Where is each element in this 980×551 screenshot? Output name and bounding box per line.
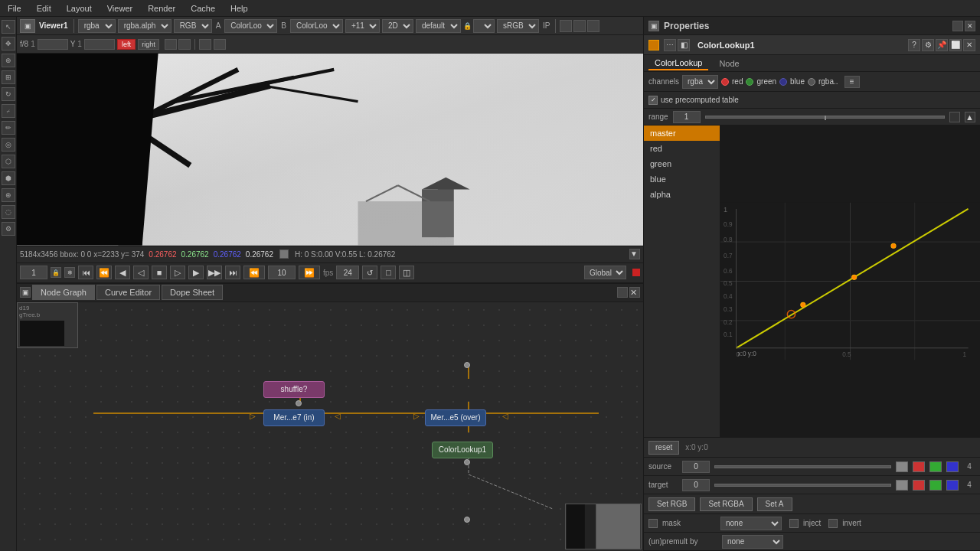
node-canvas[interactable]: d19 gTree.b bbox=[17, 302, 643, 552]
cl-btn-1[interactable]: ⋯ bbox=[664, 39, 676, 51]
play-mode-2[interactable]: ◫ bbox=[399, 266, 414, 279]
proxy-select[interactable]: default bbox=[416, 19, 461, 33]
source-slider[interactable] bbox=[714, 465, 891, 468]
a-node-select[interactable]: ColorLoo bbox=[224, 19, 277, 33]
wipe-btn[interactable] bbox=[165, 39, 177, 50]
color-mode-select[interactable]: RGB bbox=[174, 19, 212, 33]
ch-menu-btn[interactable]: ≡ bbox=[844, 76, 860, 88]
tool-settings[interactable]: ⚙ bbox=[2, 222, 15, 236]
node-dot-mid[interactable] bbox=[296, 400, 302, 406]
overlay-btn[interactable] bbox=[178, 39, 191, 50]
tab-dope-sheet[interactable]: Dope Sheet bbox=[162, 285, 223, 300]
node-dot-bottom[interactable] bbox=[464, 459, 470, 465]
goto-end-btn[interactable]: ⏭ bbox=[225, 266, 240, 279]
inject-checkbox[interactable] bbox=[789, 519, 799, 528]
source-swatch-r[interactable] bbox=[913, 461, 925, 472]
channels-select[interactable]: rgba bbox=[78, 19, 116, 33]
play-mode-1[interactable]: □ bbox=[381, 266, 396, 279]
right-btn[interactable]: right bbox=[138, 39, 159, 50]
cl-help-btn[interactable]: ? bbox=[908, 39, 920, 51]
props-icon[interactable]: ▣ bbox=[648, 21, 659, 31]
range-slider[interactable] bbox=[705, 116, 945, 119]
precomputed-checkbox[interactable]: ✓ bbox=[648, 96, 658, 105]
fps-input[interactable]: 24 bbox=[336, 266, 359, 279]
next-half-btn[interactable]: ▷ bbox=[170, 266, 185, 279]
set-a-btn[interactable]: Set A bbox=[757, 497, 792, 511]
ng-btn-1[interactable] bbox=[617, 287, 628, 298]
menu-file[interactable]: File bbox=[5, 2, 24, 15]
next-keyframe-btn[interactable]: ▶▶ bbox=[207, 266, 222, 279]
tool-mask[interactable]: ◎ bbox=[2, 138, 15, 152]
cl-btn-2[interactable]: ◧ bbox=[678, 39, 690, 51]
set-rgb-btn[interactable]: Set RGB bbox=[648, 497, 695, 511]
global-select[interactable]: Global bbox=[584, 266, 626, 279]
channels-select-cl[interactable]: rgba bbox=[682, 75, 718, 89]
viewer-btn-2[interactable] bbox=[573, 20, 586, 32]
tool-paint[interactable]: ✏ bbox=[2, 121, 15, 135]
cl-curve[interactable]: 1 0.9 0.8 0.7 0.6 0.5 0.4 0.3 0.2 0.1 0 … bbox=[720, 126, 980, 437]
menu-layout[interactable]: Layout bbox=[64, 2, 95, 15]
mask-select[interactable]: none bbox=[720, 517, 782, 530]
source-input[interactable] bbox=[682, 461, 710, 473]
menu-viewer[interactable]: Viewer bbox=[104, 2, 136, 15]
props-btn-1[interactable] bbox=[952, 21, 963, 31]
node-colorlookup[interactable]: ColorLookup1 bbox=[432, 442, 493, 458]
loop-btn[interactable] bbox=[199, 39, 211, 50]
props-close[interactable]: ✕ bbox=[965, 21, 975, 31]
tool-zoom[interactable]: ⊕ bbox=[2, 54, 15, 67]
invert-checkbox[interactable] bbox=[828, 519, 838, 528]
exposure-select[interactable]: +11 bbox=[345, 19, 380, 33]
menu-cache[interactable]: Cache bbox=[188, 2, 218, 15]
mini-viewer[interactable] bbox=[565, 504, 642, 549]
info-btn[interactable]: ▼ bbox=[629, 249, 640, 259]
prev-keyframe-btn[interactable]: ⏪ bbox=[96, 266, 112, 279]
ng-close[interactable]: ✕ bbox=[629, 287, 640, 298]
cl-pin-btn[interactable]: 📌 bbox=[936, 39, 948, 51]
cl-expand-btn[interactable]: ⬜ bbox=[949, 39, 962, 51]
ch-dot-rgba[interactable] bbox=[808, 78, 815, 86]
tool-roto[interactable]: ⬡ bbox=[2, 155, 15, 168]
next-skip-btn[interactable]: ⏩ bbox=[299, 266, 320, 279]
menu-render[interactable]: Render bbox=[145, 2, 178, 15]
set-rgba-btn[interactable]: Set RGBA bbox=[700, 497, 752, 511]
tool-blur[interactable]: ◌ bbox=[2, 205, 15, 219]
target-swatch-b[interactable] bbox=[946, 480, 959, 491]
tab-curve-editor[interactable]: Curve Editor bbox=[96, 285, 160, 300]
tab-node-graph[interactable]: Node Graph bbox=[32, 285, 95, 300]
prev-skip-btn[interactable]: ⏪ bbox=[243, 266, 265, 279]
range-btn[interactable] bbox=[949, 112, 960, 122]
frame-input[interactable]: 1 bbox=[20, 266, 47, 279]
ch-dot-green[interactable] bbox=[746, 78, 753, 86]
goto-start-btn[interactable]: ⏮ bbox=[78, 266, 93, 279]
range-expand-btn[interactable]: ▲ bbox=[965, 112, 975, 122]
frame-skip-input[interactable]: 10 bbox=[268, 266, 296, 279]
target-swatch[interactable] bbox=[896, 480, 908, 491]
node-merge-in[interactable]: Mer...e7 (in) bbox=[263, 409, 325, 426]
tab-node[interactable]: Node bbox=[713, 57, 745, 70]
channel-alpha[interactable]: alpha bbox=[644, 187, 720, 202]
node-dot-final[interactable] bbox=[464, 517, 470, 523]
loop-icon[interactable]: ↺ bbox=[362, 266, 377, 279]
lock-btn[interactable]: 🔒 bbox=[51, 267, 61, 278]
cl-close-btn[interactable]: ✕ bbox=[963, 39, 975, 51]
tool-move[interactable]: ✥ bbox=[2, 37, 15, 51]
unpremult-select[interactable]: none bbox=[722, 535, 783, 549]
tool-skew[interactable]: ⌿ bbox=[2, 104, 15, 118]
colorspace-select[interactable]: sRGB bbox=[497, 19, 539, 33]
y-bar[interactable] bbox=[84, 39, 115, 50]
viewer-image[interactable] bbox=[17, 54, 643, 246]
mask-checkbox[interactable] bbox=[648, 519, 658, 528]
ch-dot-red[interactable] bbox=[721, 78, 729, 86]
menu-help[interactable]: Help bbox=[227, 2, 251, 15]
channel-red[interactable]: red bbox=[644, 141, 720, 156]
reset-btn[interactable]: reset bbox=[648, 441, 679, 455]
freeze-btn[interactable]: ❄ bbox=[64, 267, 75, 278]
left-btn[interactable]: left bbox=[117, 39, 136, 50]
viewer-btn-1[interactable] bbox=[560, 20, 572, 32]
stop-btn[interactable]: ■ bbox=[152, 266, 167, 279]
channel-green[interactable]: green bbox=[644, 156, 720, 171]
target-swatch-r[interactable] bbox=[913, 480, 925, 491]
tool-stamp[interactable]: ⬢ bbox=[2, 171, 15, 185]
tab-colorlookup[interactable]: ColorLookup bbox=[648, 57, 708, 70]
prev-half-btn[interactable]: ◁ bbox=[133, 266, 149, 279]
